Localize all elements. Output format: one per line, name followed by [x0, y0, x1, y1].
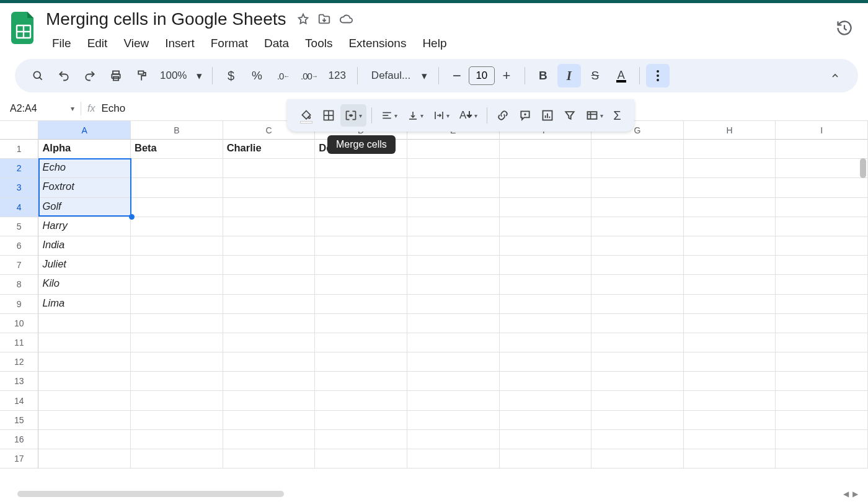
- cell-C7[interactable]: [223, 256, 316, 275]
- insert-link-button[interactable]: [492, 104, 513, 127]
- name-box[interactable]: A2:A4 ▾: [6, 103, 74, 114]
- cell-I6[interactable]: [776, 236, 868, 256]
- cell-A12[interactable]: [38, 352, 131, 372]
- menu-edit[interactable]: Edit: [80, 33, 115, 54]
- cell-I2[interactable]: [776, 159, 868, 178]
- increase-font-size-button[interactable]: +: [495, 64, 518, 87]
- cell-I16[interactable]: [776, 430, 868, 449]
- cell-H7[interactable]: [684, 256, 776, 275]
- menu-insert[interactable]: Insert: [157, 33, 202, 54]
- cell-E10[interactable]: [407, 314, 500, 333]
- cell-F9[interactable]: [500, 295, 592, 314]
- cloud-status-icon[interactable]: [339, 12, 353, 26]
- cell-D12[interactable]: [315, 352, 407, 372]
- cell-F5[interactable]: [500, 217, 592, 236]
- number-format-button[interactable]: 123: [323, 64, 350, 87]
- cell-E4[interactable]: [407, 198, 500, 217]
- row-header-16[interactable]: 16: [0, 430, 38, 449]
- cell-H13[interactable]: [684, 372, 776, 391]
- text-color-button[interactable]: A: [609, 64, 633, 87]
- cell-C12[interactable]: [223, 352, 316, 372]
- cell-C17[interactable]: [223, 449, 316, 468]
- cell-H16[interactable]: [684, 430, 776, 449]
- cell-H5[interactable]: [684, 217, 776, 236]
- cell-I1[interactable]: [776, 140, 868, 159]
- cell-G12[interactable]: [591, 352, 684, 372]
- cell-B2[interactable]: [131, 159, 223, 178]
- cell-C9[interactable]: [223, 295, 316, 314]
- strikethrough-button[interactable]: S: [583, 64, 607, 87]
- horizontal-scroll-arrows[interactable]: ◀▶: [843, 490, 858, 498]
- cell-E16[interactable]: [407, 430, 500, 449]
- cell-H4[interactable]: [684, 198, 776, 217]
- cell-G3[interactable]: [591, 178, 684, 197]
- row-header-14[interactable]: 14: [0, 391, 38, 410]
- cell-I3[interactable]: [776, 178, 868, 197]
- zoom-select[interactable]: 100%▾: [156, 69, 206, 83]
- increase-decimal-icon[interactable]: .00→: [297, 64, 321, 87]
- cell-H17[interactable]: [684, 449, 776, 468]
- italic-button[interactable]: I: [557, 64, 581, 87]
- cell-H10[interactable]: [684, 314, 776, 333]
- row-header-3[interactable]: 3: [0, 178, 38, 197]
- column-header-I[interactable]: I: [776, 121, 868, 140]
- cell-B11[interactable]: [131, 333, 223, 352]
- cell-A8[interactable]: Kilo: [38, 275, 131, 294]
- cell-E14[interactable]: [407, 391, 500, 410]
- history-icon[interactable]: [836, 19, 853, 37]
- cell-B15[interactable]: [131, 411, 223, 430]
- row-header-13[interactable]: 13: [0, 372, 38, 391]
- menu-help[interactable]: Help: [415, 33, 454, 54]
- row-header-5[interactable]: 5: [0, 217, 38, 236]
- cell-D4[interactable]: [315, 198, 407, 217]
- merge-cells-button[interactable]: ▾: [340, 104, 366, 127]
- decrease-decimal-icon[interactable]: .0←: [271, 64, 294, 87]
- bold-button[interactable]: B: [531, 64, 555, 87]
- cell-E2[interactable]: [407, 159, 500, 178]
- cell-E6[interactable]: [407, 236, 500, 256]
- cell-F10[interactable]: [500, 314, 592, 333]
- cell-B3[interactable]: [131, 178, 223, 197]
- cell-B5[interactable]: [131, 217, 223, 236]
- cell-H14[interactable]: [684, 391, 776, 410]
- cell-I15[interactable]: [776, 411, 868, 430]
- cell-B6[interactable]: [131, 236, 223, 256]
- horizontal-align-button[interactable]: ▾: [377, 104, 402, 127]
- cell-I14[interactable]: [776, 391, 868, 410]
- cell-A3[interactable]: Foxtrot: [38, 178, 131, 197]
- cell-D6[interactable]: [315, 236, 407, 256]
- cell-C10[interactable]: [223, 314, 316, 333]
- cell-G15[interactable]: [591, 411, 684, 430]
- cell-D5[interactable]: [315, 217, 407, 236]
- cell-A6[interactable]: India: [38, 236, 131, 256]
- cell-F15[interactable]: [500, 411, 592, 430]
- menu-extensions[interactable]: Extensions: [341, 33, 414, 54]
- vertical-align-button[interactable]: ▾: [403, 104, 428, 127]
- cell-E1[interactable]: [407, 140, 500, 159]
- percent-icon[interactable]: %: [245, 64, 268, 87]
- cell-D11[interactable]: [315, 333, 407, 352]
- cell-C1[interactable]: Charlie: [223, 140, 316, 159]
- cell-D15[interactable]: [315, 411, 407, 430]
- cell-C4[interactable]: [223, 198, 316, 217]
- cell-F3[interactable]: [500, 178, 592, 197]
- cell-A14[interactable]: [38, 391, 131, 410]
- undo-icon[interactable]: [52, 64, 76, 87]
- cell-D8[interactable]: [315, 275, 407, 294]
- cell-D10[interactable]: [315, 314, 407, 333]
- currency-icon[interactable]: $: [219, 64, 242, 87]
- insert-comment-button[interactable]: [515, 104, 536, 127]
- menu-file[interactable]: File: [45, 33, 79, 54]
- cell-A1[interactable]: Alpha: [38, 140, 131, 159]
- cell-H12[interactable]: [684, 352, 776, 372]
- cell-D2[interactable]: [315, 159, 407, 178]
- cell-C2[interactable]: [223, 159, 316, 178]
- more-toolbar-button[interactable]: [646, 64, 670, 87]
- cell-H3[interactable]: [684, 178, 776, 197]
- cell-H2[interactable]: [684, 159, 776, 178]
- redo-icon[interactable]: [78, 64, 102, 87]
- sheets-logo[interactable]: [10, 11, 37, 45]
- cell-I5[interactable]: [776, 217, 868, 236]
- cell-I10[interactable]: [776, 314, 868, 333]
- row-header-11[interactable]: 11: [0, 333, 38, 352]
